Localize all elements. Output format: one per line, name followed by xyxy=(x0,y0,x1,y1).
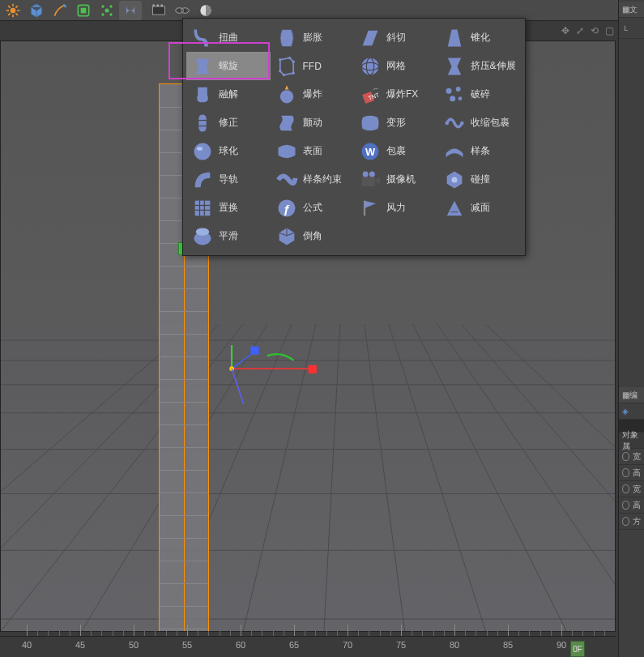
deformer-label: 膨胀 xyxy=(303,31,322,45)
rp-radio-row[interactable]: 高 xyxy=(619,497,644,514)
tool-deformer-icon[interactable] xyxy=(119,1,142,20)
deformer-label: 减面 xyxy=(471,201,490,215)
svg-line-6 xyxy=(15,13,18,15)
rp-radio-label: 高 xyxy=(633,467,641,479)
rp-radio-row[interactable]: 宽 xyxy=(619,481,644,497)
vp-scale-icon[interactable]: ⤢ xyxy=(576,25,587,36)
deformer-morph[interactable]: 变形 xyxy=(354,109,438,137)
tool-cloner-icon[interactable] xyxy=(96,1,118,20)
rp-item[interactable]: ◈ xyxy=(619,403,644,420)
tool-shade-icon[interactable] xyxy=(194,1,217,20)
svg-rect-59 xyxy=(195,200,211,215)
svg-point-92 xyxy=(451,177,457,182)
deformer-surface[interactable]: 表面 xyxy=(271,137,355,165)
svg-point-13 xyxy=(109,5,112,7)
svg-rect-17 xyxy=(153,4,156,6)
deformer-decay[interactable]: 减面 xyxy=(438,194,522,222)
timeline-ruler[interactable]: 0F 4045505560657075808590 xyxy=(0,636,616,657)
explosionfx-icon: TNT xyxy=(359,83,382,106)
splinerail-icon xyxy=(191,169,214,191)
rp-radio-label: 宽 xyxy=(633,451,641,463)
deformer-explosion[interactable]: 爆炸 xyxy=(271,80,355,109)
deformer-bend[interactable]: 扭曲 xyxy=(186,23,271,52)
vp-frame-icon[interactable]: ▢ xyxy=(605,25,616,36)
deformer-label: 导轨 xyxy=(219,173,238,186)
deformer-melt[interactable]: 融解 xyxy=(186,80,271,109)
splinewrap-icon xyxy=(275,169,298,191)
deformer-mesh[interactable]: 网格 xyxy=(354,52,438,80)
deformer-shatter[interactable]: 破碎 xyxy=(438,80,522,109)
deformer-ffd[interactable]: FFD xyxy=(271,52,355,80)
bevel-icon xyxy=(275,225,298,248)
tool-film-icon[interactable] xyxy=(147,1,170,20)
deformer-wrap[interactable]: W 包裹 xyxy=(354,137,438,165)
deformer-correction[interactable]: 修正 xyxy=(186,109,271,137)
rp-header: ▦ 文 xyxy=(619,2,644,18)
ruler-minor-tick xyxy=(529,631,530,636)
deformer-taper[interactable]: 锥化 xyxy=(438,23,522,52)
ruler-minor-tick xyxy=(476,631,476,636)
tool-pen-icon[interactable] xyxy=(49,1,71,20)
ruler-tick: 80 xyxy=(442,640,467,650)
ruler-minor-tick xyxy=(572,631,573,636)
tool-eye-icon[interactable] xyxy=(171,1,194,20)
svg-point-57 xyxy=(194,143,211,160)
deformer-shear[interactable]: 斜切 xyxy=(354,23,438,52)
rp-header: ▦ 编 xyxy=(619,387,644,403)
deformer-jiggle[interactable]: 颤动 xyxy=(271,109,355,137)
deformer-label: 破碎 xyxy=(471,87,490,101)
deformer-shrinkwrap[interactable]: 收缩包裹 xyxy=(438,109,522,137)
deformer-bevel[interactable]: 倒角 xyxy=(271,222,355,250)
deformer-label: 扭曲 xyxy=(219,31,238,45)
deformer-displacer[interactable]: 置换 xyxy=(186,194,271,222)
deformer-squash[interactable]: 挤压&伸展 xyxy=(438,52,522,80)
deformer-label: 样条约束 xyxy=(303,173,342,186)
deformer-camera[interactable]: 摄像机 xyxy=(354,165,438,194)
ruler-minor-tick xyxy=(230,631,231,636)
ruler-minor-tick xyxy=(273,631,274,636)
jiggle-icon xyxy=(275,112,298,134)
deformer-label: 螺旋 xyxy=(219,59,238,73)
deformer-formula[interactable]: ƒ 公式 xyxy=(271,194,355,222)
tool-gear-icon[interactable] xyxy=(2,1,24,20)
deformer-wind[interactable]: 风力 xyxy=(354,194,438,222)
axis-gizmo[interactable] xyxy=(208,345,338,410)
deformer-spline[interactable]: 样条 xyxy=(438,137,522,165)
taper-icon xyxy=(443,27,466,49)
vp-rotate-icon[interactable]: ⟲ xyxy=(591,25,602,36)
rp-item[interactable]: └ xyxy=(619,23,644,39)
deformer-bulge[interactable]: 膨胀 xyxy=(271,23,355,52)
ruler-minor-tick xyxy=(412,631,412,636)
squash-icon xyxy=(443,55,466,78)
rp-radio-row[interactable]: 方 xyxy=(619,514,644,530)
tool-cube-icon[interactable] xyxy=(25,1,48,20)
deformer-splinerail[interactable]: 导轨 xyxy=(186,165,271,194)
deformer-explosionfx[interactable]: TNT 爆炸FX xyxy=(354,80,438,109)
vp-move-icon[interactable]: ✥ xyxy=(561,25,573,36)
svg-point-65 xyxy=(196,228,209,235)
tool-subdivision-icon[interactable] xyxy=(72,1,95,20)
deformer-label: 公式 xyxy=(303,201,322,215)
rp-radio-row[interactable]: 高 xyxy=(619,465,644,481)
ruler-minor-tick xyxy=(59,631,60,636)
svg-line-5 xyxy=(8,6,11,7)
deformer-smooth[interactable]: 平滑 xyxy=(186,222,271,250)
svg-rect-16 xyxy=(153,6,165,15)
deformer-spherify[interactable]: 球化 xyxy=(186,137,271,165)
ruler-tick: 50 xyxy=(122,640,146,650)
svg-point-15 xyxy=(109,13,112,15)
svg-point-71 xyxy=(279,70,282,73)
svg-point-86 xyxy=(446,87,451,93)
deformer-label: 融解 xyxy=(219,87,238,101)
deformer-splinewrap[interactable]: 样条约束 xyxy=(271,165,355,194)
deformer-twist[interactable]: 螺旋 xyxy=(186,52,271,80)
melt-icon xyxy=(191,83,214,106)
ruler-minor-tick xyxy=(113,631,113,636)
deformer-collision[interactable]: 碰撞 xyxy=(438,165,522,194)
ruler-tick: 65 xyxy=(282,640,306,650)
ruler-minor-tick xyxy=(582,631,583,636)
ruler-minor-tick xyxy=(177,631,177,636)
ruler-minor-tick xyxy=(433,631,434,636)
ruler-minor-tick xyxy=(540,631,541,636)
decay-icon xyxy=(443,197,466,220)
